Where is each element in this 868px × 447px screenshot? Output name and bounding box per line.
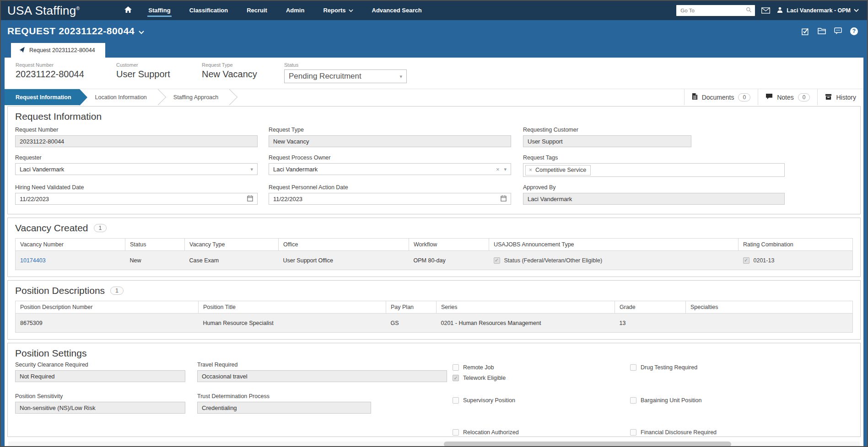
process-owner-select[interactable]: Laci Vandermark × ▾ [269, 163, 511, 175]
archive-icon [825, 93, 832, 101]
field-approved-by: Approved By Laci Vandermark [523, 184, 785, 205]
nav-item-classification[interactable]: Classification [189, 5, 229, 17]
history-label: History [836, 94, 856, 101]
drug-testing-checkbox[interactable]: Drug Testing Required [630, 364, 697, 371]
checkbox-icon[interactable] [453, 375, 459, 381]
trust-determination-input: Credentialing [197, 402, 371, 414]
vacancy-number-link[interactable]: 10174403 [20, 257, 46, 264]
status-select[interactable]: Pending Recruitment ▾ [284, 69, 407, 83]
step-location-information[interactable]: Location Information [80, 89, 158, 105]
section-title-position-descriptions: Position Descriptions [15, 285, 105, 296]
notes-button[interactable]: Notes 0 [758, 89, 817, 105]
request-tags-input[interactable]: × Competitive Service [523, 163, 785, 177]
vacancy-type: Case Exam [185, 251, 279, 270]
field-request-number: Request Number 20231122-80044 [15, 127, 258, 147]
summary-customer-value: User Support [116, 69, 202, 80]
nav-item-staffing[interactable]: Staffing [147, 5, 171, 17]
user-name: Laci Vandermark - OPM [787, 7, 851, 14]
remove-tag-icon[interactable]: × [529, 167, 532, 173]
calendar-icon[interactable] [501, 195, 507, 203]
vacancy-status: New [125, 251, 185, 270]
section-panels: Request Information Request Number 20231… [5, 105, 863, 437]
field-position-sensitivity: Position Sensitivity Non-sensitive (NS)/… [15, 393, 185, 414]
checkbox-icon[interactable] [453, 429, 459, 436]
bargaining-unit-checkbox[interactable]: Bargaining Unit Position [630, 397, 701, 404]
navbar-right-group: Laci Vandermark - OPM [676, 5, 859, 16]
request-title-dropdown[interactable]: REQUEST 20231122-80044 [7, 26, 144, 37]
position-descriptions-section: Position Descriptions 1 Position Descrip… [7, 280, 861, 340]
goto-search-input[interactable] [679, 7, 746, 14]
clear-icon[interactable]: × [496, 166, 500, 173]
vacancy-table-header: Vacancy Number Status Vacancy Type Offic… [16, 239, 853, 251]
search-icon[interactable] [746, 6, 752, 15]
requester-select[interactable]: Laci Vandermark ▾ [15, 163, 258, 175]
step-nav: Request Information Location Information… [5, 89, 863, 105]
notes-count-badge: 0 [798, 93, 810, 101]
request-information-section: Request Information Request Number 20231… [7, 106, 861, 214]
calendar-icon[interactable] [247, 195, 253, 203]
chevron-down-icon: ▾ [250, 166, 253, 172]
pd-number: 8675309 [16, 314, 199, 333]
tab-request-label: Request 20231122-80044 [29, 47, 95, 53]
tasks-icon[interactable] [802, 27, 809, 35]
request-number-input: 20231122-80044 [15, 135, 258, 147]
home-button[interactable] [124, 6, 132, 15]
checkbox-icon[interactable] [630, 364, 636, 371]
folder-icon[interactable] [818, 28, 826, 34]
section-title-vacancy-created: Vacancy Created [15, 223, 88, 234]
pd-specialties [686, 314, 853, 333]
step-request-information[interactable]: Request Information [5, 89, 80, 105]
chevron-down-icon [349, 7, 353, 14]
summary-request-number: Request Number 20231122-80044 [16, 62, 116, 83]
checkbox-icon [494, 257, 500, 264]
checkbox-icon[interactable] [630, 397, 636, 404]
field-request-type: Request Type New Vacancy [269, 127, 511, 147]
remote-job-checkbox[interactable]: Remote Job [453, 364, 494, 371]
requesting-customer-input: User Support [523, 135, 691, 147]
tab-strip: Request 20231122-80044 [5, 42, 863, 58]
financial-disclosure-checkbox[interactable]: Financial Disclosure Required [630, 429, 717, 436]
notes-label: Notes [777, 94, 794, 101]
comments-icon[interactable] [834, 27, 842, 35]
help-icon[interactable]: ? [850, 27, 858, 35]
chevron-down-icon [139, 26, 144, 37]
nav-item-advanced-search[interactable]: Advanced Search [371, 5, 423, 17]
documents-button[interactable]: Documents 0 [684, 89, 758, 105]
position-descriptions-table: Position Description Number Position Tit… [15, 301, 853, 333]
scrollbar-thumb[interactable] [444, 442, 731, 447]
goto-search[interactable] [676, 5, 755, 16]
top-navbar: USA Staffing® Staffing Classification Re… [1, 1, 867, 20]
nav-item-reports[interactable]: Reports [322, 5, 354, 17]
announcement-type-label: Status (Federal/Veteran/Other Eligible) [504, 257, 603, 264]
checkbox-icon[interactable] [630, 429, 636, 436]
checkbox-icon[interactable] [453, 364, 459, 371]
history-button[interactable]: History [817, 89, 863, 105]
summary-request-type: Request Type New Vacancy [202, 62, 284, 83]
supervisory-position-checkbox[interactable]: Supervisory Position [453, 397, 515, 404]
hiring-need-date-input[interactable]: 11/22/2023 [15, 193, 258, 205]
telework-eligible-checkbox[interactable]: Telework Eligible [453, 375, 506, 381]
rating-combination-option: 0201-13 [743, 257, 848, 264]
mail-icon[interactable] [761, 7, 770, 14]
checkbox-icon[interactable] [453, 397, 459, 404]
user-menu[interactable]: Laci Vandermark - OPM [776, 6, 859, 15]
relocation-authorized-checkbox[interactable]: Relocation Authorized [453, 429, 519, 436]
tab-request[interactable]: Request 20231122-80044 [11, 43, 105, 58]
chevron-down-icon [854, 7, 859, 14]
pd-title: Human Resource Specialist [199, 314, 386, 333]
chevron-down-icon: ▾ [504, 166, 507, 172]
field-security-clearance: Security Clearance Required Not Required [15, 362, 185, 382]
position-sensitivity-input: Non-sensitive (NS)/Low Risk [15, 402, 185, 414]
step-staffing-approach[interactable]: Staffing Approach [158, 89, 229, 105]
action-date-input[interactable]: 11/22/2023 [269, 193, 511, 205]
field-action-date: Request Personnel Action Date 11/22/2023 [269, 184, 511, 205]
documents-label: Documents [702, 94, 734, 101]
announcement-type-option: Status (Federal/Veteran/Other Eligible) [494, 257, 734, 264]
vacancy-created-section: Vacancy Created 1 Vacancy Number Status … [7, 218, 861, 277]
chevron-down-icon: ▾ [399, 74, 402, 80]
field-requester: Requester Laci Vandermark ▾ [15, 154, 258, 177]
nav-item-admin[interactable]: Admin [285, 5, 305, 17]
nav-item-recruit[interactable]: Recruit [246, 5, 268, 17]
horizontal-scrollbar[interactable] [8, 442, 860, 447]
speech-bubble-icon [766, 93, 773, 101]
